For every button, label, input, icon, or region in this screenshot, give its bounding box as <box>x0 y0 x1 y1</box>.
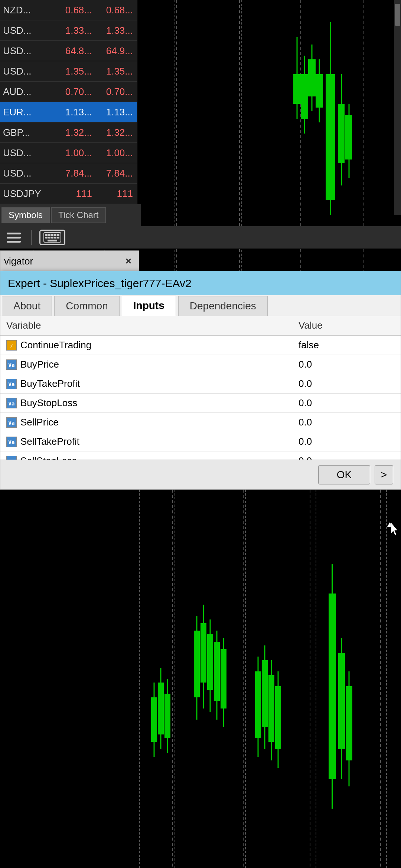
cancel-button[interactable]: > <box>375 465 393 484</box>
svg-rect-61 <box>338 653 345 749</box>
value-cell[interactable]: 0.0 <box>293 355 401 374</box>
symbol-row[interactable]: EUR...1.13...1.13... <box>0 102 137 122</box>
var-cell: VaSellTakeProfit <box>0 432 293 451</box>
svg-rect-11 <box>316 74 323 108</box>
tab-about[interactable]: About <box>2 296 52 316</box>
symbol-bid: 1.13... <box>51 106 92 118</box>
navigator-close-button[interactable]: × <box>122 254 135 269</box>
symbol-row[interactable]: AUD...0.70...0.70... <box>0 82 137 102</box>
svg-rect-23 <box>57 234 59 236</box>
variable-name: BuyStopLoss <box>20 397 77 409</box>
symbol-name: USD... <box>3 45 51 57</box>
dialog-title: Expert - SuplexPrices_tiger777-EAv2 <box>8 277 192 290</box>
svg-rect-45 <box>207 634 213 690</box>
symbol-name: USD... <box>3 168 51 179</box>
symbol-row[interactable]: NZD...0.68...0.68... <box>0 0 137 20</box>
symbol-ask: 64.9... <box>92 45 133 57</box>
symbol-row[interactable]: GBP...1.32...1.32... <box>0 122 137 143</box>
top-toolbar <box>0 226 401 249</box>
scrollbar[interactable] <box>394 0 401 215</box>
symbol-ask: 1.32... <box>92 127 133 138</box>
symbol-row[interactable]: USD...1.33...1.33... <box>0 20 137 41</box>
table-row[interactable]: VaBuyPrice0.0 <box>0 355 401 374</box>
hamburger-line-1 <box>7 233 21 234</box>
symbol-bid: 0.70... <box>51 86 92 98</box>
tab-common[interactable]: Common <box>54 296 120 316</box>
symbol-bid: 7.84... <box>51 168 92 179</box>
svg-rect-19 <box>45 234 48 236</box>
col-value: Value <box>293 316 401 335</box>
variable-name: SellPrice <box>20 417 59 428</box>
symbol-name: USD... <box>3 147 51 159</box>
bottom-chart <box>0 490 401 868</box>
svg-rect-57 <box>275 686 281 749</box>
symbol-ask: 0.70... <box>92 86 133 98</box>
svg-rect-22 <box>54 234 56 236</box>
table-row[interactable]: VaSellPrice0.0 <box>0 413 401 432</box>
value-cell[interactable]: 0.0 <box>293 394 401 413</box>
toolbar-divider <box>31 230 32 245</box>
svg-rect-28 <box>57 237 59 239</box>
svg-rect-15 <box>338 104 345 163</box>
hamburger-line-2 <box>7 237 21 239</box>
tab-inputs[interactable]: Inputs <box>122 296 176 316</box>
symbol-ask: 1.35... <box>92 66 133 77</box>
variable-name: BuyTakeProfit <box>20 378 80 389</box>
svg-rect-53 <box>262 660 268 727</box>
ok-button[interactable]: OK <box>318 465 370 484</box>
hamburger-menu-icon[interactable] <box>4 230 24 246</box>
svg-rect-27 <box>54 237 56 239</box>
value-cell[interactable]: 0.0 <box>293 432 401 451</box>
dialog-footer: OK > <box>0 460 401 489</box>
symbol-row[interactable]: USD...7.84...7.84... <box>0 163 137 184</box>
symbol-bid: 64.8... <box>51 45 92 57</box>
symbol-row[interactable]: USD...1.35...1.35... <box>0 61 137 82</box>
var-type-icon: Va <box>6 359 17 370</box>
tab-dependencies[interactable]: Dependencies <box>178 296 268 316</box>
symbol-ask: 0.68... <box>92 4 133 16</box>
table-row[interactable]: VaBuyTakeProfit0.0 <box>0 374 401 394</box>
svg-rect-21 <box>51 234 53 236</box>
value-cell[interactable]: 0.0 <box>293 413 401 432</box>
symbol-bid: 111 <box>51 188 92 200</box>
dialog-body: Variable Value ⚡ContinueTradingfalseVaBu… <box>0 316 401 482</box>
tab-symbols[interactable]: Symbols <box>1 207 50 223</box>
symbol-row[interactable]: USD...64.8...64.9... <box>0 41 137 61</box>
table-row[interactable]: VaBuyStopLoss0.0 <box>0 394 401 413</box>
svg-rect-5 <box>293 74 301 104</box>
table-row[interactable]: ⚡ContinueTradingfalse <box>0 335 401 355</box>
symbol-ask: 1.00... <box>92 147 133 159</box>
symbol-name: NZD... <box>3 4 51 16</box>
dialog-titlebar: Expert - SuplexPrices_tiger777-EAv2 <box>0 271 401 295</box>
symbol-row[interactable]: USDJPY111111 <box>0 184 137 204</box>
symbol-ask: 7.84... <box>92 168 133 179</box>
svg-rect-51 <box>255 671 261 738</box>
svg-rect-39 <box>164 694 170 738</box>
svg-rect-25 <box>48 237 50 239</box>
svg-rect-35 <box>151 697 157 742</box>
symbol-row[interactable]: USD...1.00...1.00... <box>0 143 137 163</box>
symbol-name: USD... <box>3 66 51 77</box>
symbol-name: GBP... <box>3 127 51 138</box>
var-cell: ⚡ContinueTrading <box>0 335 293 355</box>
value-cell[interactable]: false <box>293 335 401 355</box>
svg-rect-24 <box>45 237 48 239</box>
keyboard-icon[interactable] <box>39 230 65 245</box>
var-type-icon: ⚡ <box>6 340 17 351</box>
svg-rect-37 <box>158 683 164 734</box>
var-cell: VaBuyPrice <box>0 355 293 374</box>
svg-rect-55 <box>268 675 274 742</box>
scrollbar-thumb[interactable] <box>395 4 400 26</box>
svg-rect-43 <box>200 623 206 683</box>
var-type-icon: Va <box>6 398 17 408</box>
table-row[interactable]: VaSellTakeProfit0.0 <box>0 432 401 451</box>
params-table: Variable Value ⚡ContinueTradingfalseVaBu… <box>0 316 401 482</box>
svg-rect-9 <box>308 59 316 96</box>
cursor-svg <box>389 522 400 537</box>
tab-tick-chart[interactable]: Tick Chart <box>51 207 105 223</box>
cursor-pointer <box>389 522 400 540</box>
symbol-ask: 1.13... <box>92 106 133 118</box>
symbol-name: USDJPY <box>3 188 51 200</box>
value-cell[interactable]: 0.0 <box>293 374 401 394</box>
symbol-bid: 1.35... <box>51 66 92 77</box>
